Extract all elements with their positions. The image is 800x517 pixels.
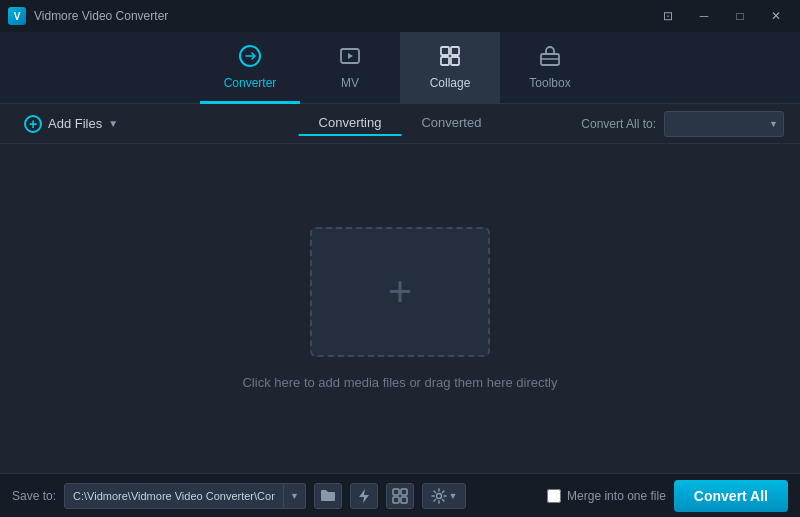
svg-rect-11 [401,497,407,503]
titlebar-title: Vidmore Video Converter [34,9,168,23]
nav-tabs: Converter MV Collage [0,32,800,104]
convert-all-to-label: Convert All to: [581,117,656,131]
svg-rect-8 [393,489,399,495]
merge-checkbox[interactable] [547,489,561,503]
add-circle-icon: + [24,115,42,133]
titlebar: V Vidmore Video Converter ⊡ ─ □ ✕ [0,0,800,32]
toolbar-row: + Add Files ▼ Converting Converted Conve… [0,104,800,144]
bottom-bar: Save to: ▼ ▼ Merge into one file Convert… [0,473,800,517]
merge-label: Merge into one file [567,489,666,503]
tab-mv[interactable]: MV [300,32,400,104]
gear-settings-button[interactable]: ▼ [422,483,466,509]
add-files-button[interactable]: + Add Files ▼ [16,111,126,137]
save-path-input[interactable] [64,483,284,509]
merge-area: Merge into one file [547,489,666,503]
minimize-button[interactable]: ─ [688,6,720,26]
close-button[interactable]: ✕ [760,6,792,26]
converter-icon [238,44,262,72]
format-select-wrapper: MP4 MKV AVI MOV [664,111,784,137]
svg-point-12 [436,493,441,498]
save-path-dropdown-button[interactable]: ▼ [284,483,306,509]
folder-browse-button[interactable] [314,483,342,509]
sub-tab-converting[interactable]: Converting [299,111,402,136]
flash-button[interactable] [350,483,378,509]
add-files-label: Add Files [48,116,102,131]
svg-rect-9 [401,489,407,495]
save-path-wrapper: ▼ [64,483,306,509]
tab-toolbox[interactable]: Toolbox [500,32,600,104]
add-files-dropdown-icon: ▼ [108,118,118,129]
tab-collage-label: Collage [430,76,471,90]
titlebar-controls: ⊡ ─ □ ✕ [652,6,792,26]
save-to-label: Save to: [12,489,56,503]
maximize-button[interactable]: □ [724,6,756,26]
titlebar-left: V Vidmore Video Converter [8,7,168,25]
tab-mv-label: MV [341,76,359,90]
toolbox-icon [538,44,562,72]
svg-rect-2 [441,47,449,55]
sub-tab-converted[interactable]: Converted [401,111,501,136]
tab-converter[interactable]: Converter [200,32,300,104]
main-content: + Click here to add media files or drag … [0,144,800,473]
collage-icon [438,44,462,72]
settings-extra-button[interactable] [386,483,414,509]
svg-rect-3 [451,47,459,55]
gear-dropdown-arrow: ▼ [449,491,458,501]
format-select[interactable]: MP4 MKV AVI MOV [664,111,784,137]
drop-zone[interactable]: + [310,227,490,357]
plus-icon: + [388,271,413,313]
tab-toolbox-label: Toolbox [529,76,570,90]
convert-all-button[interactable]: Convert All [674,480,788,512]
drop-hint: Click here to add media files or drag th… [242,375,557,390]
convert-all-area: Convert All to: MP4 MKV AVI MOV [581,111,784,137]
tab-collage[interactable]: Collage [400,32,500,104]
svg-rect-5 [451,57,459,65]
tab-converter-label: Converter [224,76,277,90]
svg-rect-4 [441,57,449,65]
mv-icon [338,44,362,72]
svg-rect-10 [393,497,399,503]
sub-tabs: Converting Converted [299,111,502,136]
app-icon: V [8,7,26,25]
chat-button[interactable]: ⊡ [652,6,684,26]
